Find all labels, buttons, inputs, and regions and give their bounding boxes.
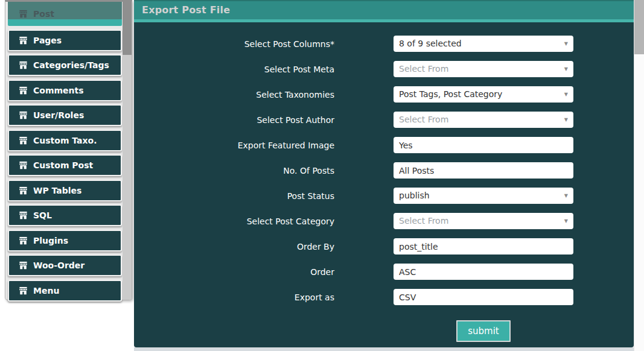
form-row: Select Post Columns* 8 of 9 selected ▼ — [134, 36, 634, 52]
sidebar-item-label: Post — [33, 9, 54, 19]
sidebar-item-label: User/Roles — [33, 110, 84, 120]
sidebar-item-user-roles[interactable]: User/Roles — [8, 104, 122, 126]
sidebar-item-label: WP Tables — [33, 186, 81, 195]
form-rows: Select Post Columns* 8 of 9 selected ▼ S… — [134, 36, 634, 305]
chevron-down-icon: ▼ — [564, 92, 568, 97]
sidebar-item-wp-tables[interactable]: WP Tables — [8, 180, 122, 201]
export-panel: Export Post File Select Post Columns* 8 … — [134, 0, 634, 347]
chevron-down-icon: ▼ — [564, 219, 568, 224]
store-icon — [19, 111, 28, 119]
panel-header: Export Post File — [134, 0, 634, 22]
select-post-category-select[interactable]: Select From ▼ — [394, 213, 573, 229]
select-value: Select From — [394, 61, 573, 77]
store-icon — [19, 86, 28, 95]
field-label: Select Post Meta — [134, 65, 334, 74]
form-row: Order By — [134, 238, 634, 255]
field-label: Select Taxonomies — [134, 90, 334, 100]
store-icon — [19, 211, 28, 220]
order-by-input[interactable] — [394, 238, 573, 255]
field-label: Export as — [134, 292, 334, 302]
form-row: Select Post Meta Select From ▼ — [134, 61, 634, 77]
form-row: Select Taxonomies Post Tags, Post Catego… — [134, 86, 634, 103]
form-row: Order — [134, 264, 634, 280]
sidebar-item-sql[interactable]: SQL — [8, 204, 122, 226]
store-icon — [19, 136, 28, 145]
chevron-down-icon: ▼ — [564, 194, 568, 198]
store-icon — [19, 61, 28, 69]
sidebar-item-pages[interactable]: Pages — [8, 30, 122, 51]
select-post-columns-select[interactable]: 8 of 9 selected ▼ — [394, 36, 573, 52]
field-label: No. Of Posts — [134, 166, 334, 176]
page-title: Export Post File — [134, 1, 634, 19]
sidebar-item-custom-taxo[interactable]: Custom Taxo. — [8, 130, 122, 151]
store-icon — [19, 236, 28, 245]
sidebar-scrollbar[interactable] — [123, 2, 132, 300]
store-icon — [19, 161, 28, 169]
export-form: Select Post Columns* 8 of 9 selected ▼ S… — [134, 22, 634, 342]
sidebar-item-label: Custom Post — [33, 160, 93, 170]
field-label: Select Post Columns* — [134, 39, 334, 49]
form-row: Select Post Author Select From ▼ — [134, 112, 634, 128]
no-of-posts-input[interactable] — [394, 162, 573, 179]
sidebar-item-label: Plugins — [33, 236, 68, 245]
submit-row: submit — [394, 320, 573, 342]
order-input[interactable] — [394, 264, 573, 280]
sidebar-item-label: Categories/Tags — [33, 60, 109, 70]
sidebar: Post Pages Categories/Tags — [5, 0, 132, 300]
sidebar-item-label: Comments — [33, 86, 84, 95]
field-label: Order — [134, 267, 334, 277]
form-row: No. Of Posts — [134, 162, 634, 179]
select-value: Select From — [394, 213, 573, 229]
sidebar-item-plugins[interactable]: Plugins — [8, 230, 122, 251]
store-icon — [19, 186, 28, 195]
form-row: Export as — [134, 289, 634, 305]
select-value: Select From — [394, 112, 573, 128]
page-scrollbar-thumb[interactable] — [634, 0, 644, 54]
store-icon — [19, 261, 28, 270]
sidebar-item-label: SQL — [33, 210, 52, 220]
form-row: Post Status publish ▼ — [134, 188, 634, 204]
sidebar-item-menu[interactable]: Menu — [8, 280, 122, 302]
field-label: Order By — [134, 242, 334, 251]
store-icon — [19, 10, 28, 18]
sidebar-item-comments[interactable]: Comments — [8, 80, 122, 101]
select-value: publish — [394, 188, 573, 204]
sidebar-item-woo-order[interactable]: Woo-Order — [8, 255, 122, 276]
select-value: Post Tags, Post Category — [394, 86, 573, 103]
form-row: Select Post Category Select From ▼ — [134, 213, 634, 229]
export-as-input[interactable] — [394, 289, 573, 305]
store-icon — [19, 286, 28, 295]
sidebar-scrollbar-thumb[interactable] — [123, 2, 132, 55]
sidebar-item-label: Menu — [33, 286, 59, 296]
sidebar-item-label: Pages — [33, 36, 62, 45]
export-featured-image-input[interactable] — [394, 137, 573, 153]
sidebar-menu: Post Pages Categories/Tags — [5, 2, 122, 302]
chevron-down-icon: ▼ — [564, 42, 568, 46]
field-label: Export Featured Image — [134, 141, 334, 150]
select-post-author-select[interactable]: Select From ▼ — [394, 112, 573, 128]
sidebar-item-label: Custom Taxo. — [33, 136, 97, 145]
sidebar-item-categories-tags[interactable]: Categories/Tags — [8, 54, 122, 76]
sidebar-item-label: Woo-Order — [33, 261, 84, 270]
select-value: 8 of 9 selected — [394, 36, 573, 52]
select-taxonomies-select[interactable]: Post Tags, Post Category ▼ — [394, 86, 573, 103]
submit-button[interactable]: submit — [456, 320, 511, 342]
bottom-strip — [134, 347, 634, 351]
field-label: Select Post Category — [134, 217, 334, 226]
form-row: Export Featured Image — [134, 137, 634, 153]
select-post-meta-select[interactable]: Select From ▼ — [394, 61, 573, 77]
post-status-select[interactable]: publish ▼ — [394, 188, 573, 204]
sidebar-item-post[interactable]: Post — [8, 2, 122, 26]
field-label: Select Post Author — [134, 115, 334, 125]
store-icon — [19, 36, 28, 45]
chevron-down-icon: ▼ — [564, 118, 568, 122]
page-scrollbar[interactable] — [634, 0, 644, 351]
field-label: Post Status — [134, 191, 334, 201]
sidebar-item-custom-post[interactable]: Custom Post — [8, 154, 122, 176]
chevron-down-icon: ▼ — [564, 67, 568, 72]
